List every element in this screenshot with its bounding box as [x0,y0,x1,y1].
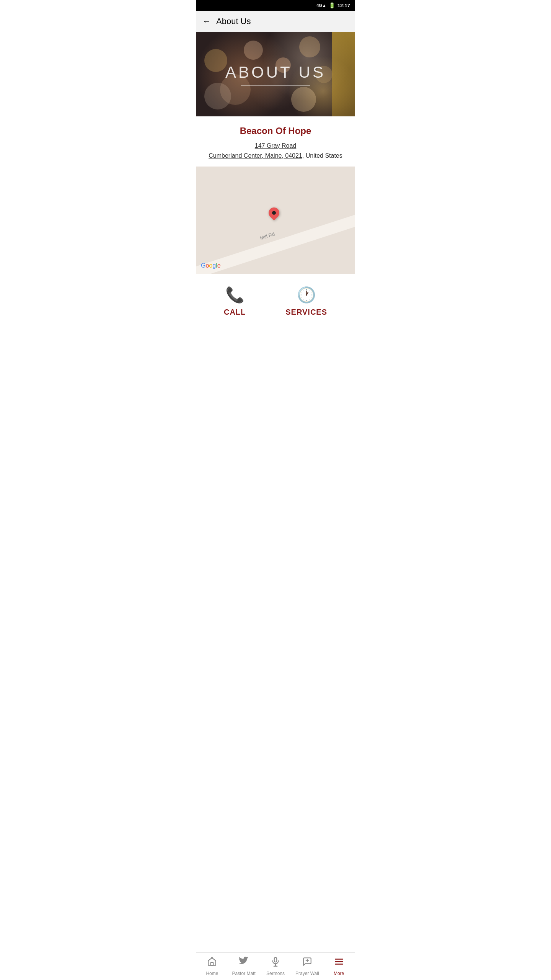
gold-lights [332,32,355,116]
hero-title: ABOUT US [225,63,326,82]
bokeh-4 [204,83,231,109]
back-button[interactable]: ← [202,16,211,26]
info-section: Beacon Of Hope 147 Gray Road Cumberland … [196,116,355,167]
address-city: Cumberland Center, Maine, 04021 [209,152,302,159]
call-button[interactable]: 📞 CALL [224,286,246,317]
map-pin [269,207,279,218]
map-section[interactable]: Mill Rd Google [196,167,355,274]
bokeh-8 [291,87,316,112]
bokeh-1 [204,49,227,72]
bokeh-6 [299,36,320,57]
action-section: 📞 CALL 🕐 SERVICES [196,274,355,329]
time-display: 12:17 [337,3,350,8]
hero-text: ABOUT US [225,63,326,86]
call-label: CALL [224,308,246,317]
address-line1[interactable]: 147 Gray Road [202,141,349,151]
google-letter-g: G [201,262,205,269]
bokeh-3 [244,41,263,60]
services-label: SERVICES [285,308,327,317]
google-letter-o2: o [209,262,212,269]
phone-icon: 📞 [225,286,245,304]
church-name: Beacon Of Hope [202,126,349,136]
hero-banner: ABOUT US [196,32,355,116]
services-button[interactable]: 🕐 SERVICES [285,286,327,317]
map-road [196,177,355,274]
map-pin-head [266,205,282,220]
map-background: Mill Rd Google [196,167,355,274]
signal-icon: 4G▲ [316,3,326,8]
content-spacer [196,329,355,390]
hero-underline [241,85,310,86]
map-road-label: Mill Rd [259,231,275,241]
google-letter-g2: g [212,262,216,269]
status-bar: 4G▲ 🔋 12:17 [196,0,355,11]
address-country: , United States [302,152,342,159]
address-line2[interactable]: Cumberland Center, Maine, 04021, United … [202,151,349,161]
page-title: About Us [216,16,251,26]
clock-icon: 🕐 [297,286,316,304]
google-watermark: Google [201,262,221,269]
google-letter-e: e [217,262,221,269]
top-nav: ← About Us [196,11,355,32]
battery-icon: 🔋 [329,2,335,8]
